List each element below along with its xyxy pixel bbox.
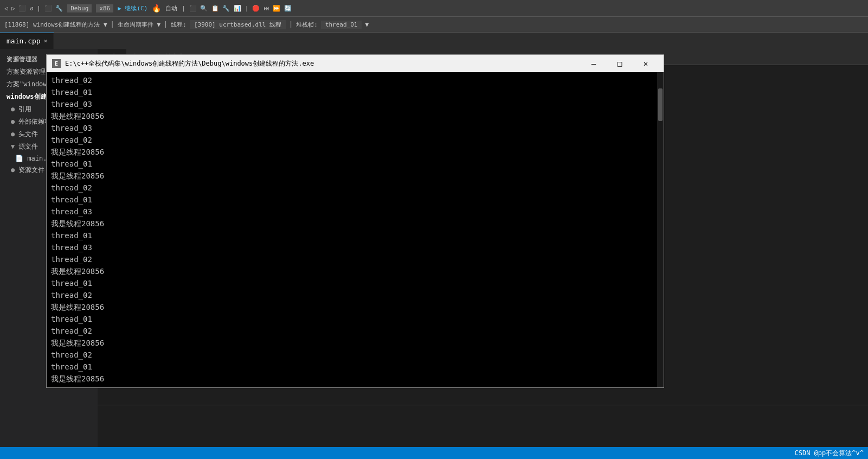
status-bar: CSDN @pp不会算法^v^ (0, 447, 868, 459)
tab-bar: main.cpp × (0, 33, 868, 49)
console-line: 我是线程20856 (51, 170, 653, 182)
hot-reload-icon: 🔥 (152, 4, 161, 12)
console-line: thread_03 (51, 122, 653, 134)
console-content-area: thread_02thread_01thread_03我是线程20856thre… (47, 72, 664, 387)
console-line: thread_02 (51, 349, 653, 361)
stack-selector[interactable]: thread_01 (321, 21, 362, 29)
console-line: thread_03 (51, 241, 653, 253)
console-line: thread_01 (51, 229, 653, 241)
console-line: 我是线程20856 (51, 110, 653, 122)
status-right-text: CSDN @pp不会算法^v^ (795, 449, 864, 458)
thread-label: 线程: (171, 21, 187, 29)
console-line: thread_02 (51, 253, 653, 265)
window-buttons: — □ ✕ (581, 58, 658, 69)
tab-close-icon[interactable]: × (44, 37, 48, 44)
console-line: thread_01 (51, 277, 653, 289)
tab-main-cpp[interactable]: main.cpp × (0, 33, 54, 49)
stack-label: 堆栈帧: (296, 21, 318, 29)
console-line: thread_01 (51, 86, 653, 98)
thread-selector[interactable]: [3900] ucrtbased.dll 线程 (190, 20, 286, 29)
console-line: thread_02 (51, 289, 653, 301)
console-line: thread_02 (51, 325, 653, 337)
debug-bar: [11868] windows创建线程的方法 ▼ | 生命周期事件 ▼ | 线程… (0, 16, 868, 33)
console-line: thread_01 (51, 313, 653, 325)
scroll-thumb[interactable] (658, 88, 663, 121)
autodyn-label: 自动 (165, 4, 177, 12)
process-selector[interactable]: [11868] windows创建线程的方法 ▼ (4, 21, 107, 29)
console-line: 我是线程20856 (51, 301, 653, 313)
console-titlebar: E E:\c++全栈代码集\windows创建线程的方法\Debug\windo… (47, 55, 664, 72)
console-line: thread_02 (51, 182, 653, 194)
console-line: 我是线程20856 (51, 373, 653, 385)
console-line: 我是线程20856 (51, 265, 653, 277)
arch-config[interactable]: x86 (96, 4, 113, 12)
minimize-button[interactable]: — (581, 58, 606, 69)
console-body: thread_02thread_01thread_03我是线程20856thre… (47, 72, 657, 387)
console-app-icon: E (52, 59, 61, 68)
console-line: thread_01 (51, 361, 653, 373)
console-line: thread_01 (51, 158, 653, 170)
debug-config[interactable]: Debug (67, 4, 92, 12)
run-button[interactable]: ▶ 继续(C) (118, 4, 147, 12)
tab-label: main.cpp (7, 37, 41, 45)
console-title: E:\c++全栈代码集\windows创建线程的方法\Debug\windows… (65, 59, 577, 68)
console-window: E E:\c++全栈代码集\windows创建线程的方法\Debug\windo… (46, 54, 664, 388)
console-line: thread_03 (51, 98, 653, 110)
console-line: 我是线程20856 (51, 218, 653, 229)
console-line: thread_01 (51, 385, 653, 387)
console-scrollbar[interactable] (657, 72, 664, 387)
maximize-button[interactable]: □ (607, 58, 632, 69)
console-line: thread_02 (51, 74, 653, 86)
stack-expand-icon[interactable]: ▼ (365, 21, 369, 28)
console-line: thread_01 (51, 194, 653, 206)
console-line: 我是线程20856 (51, 337, 653, 349)
main-toolbar: ◁ ▷ ⬛ ↺ | ⬛ 🔧 Debug x86 ▶ 继续(C) 🔥 自动 | ⬛… (0, 0, 868, 16)
close-button[interactable]: ✕ (633, 58, 658, 69)
console-line: thread_02 (51, 134, 653, 146)
console-line: 我是线程20856 (51, 146, 653, 158)
event-selector[interactable]: 生命周期事件 ▼ (118, 21, 160, 29)
toolbar-extra-icons: | ⬛ 🔍 📋 🔧 📊 | 🛑 ⏭ ⏩ 🔄 (182, 5, 291, 12)
toolbar-icons: ◁ ▷ ⬛ ↺ | ⬛ 🔧 (4, 5, 63, 12)
console-line: thread_03 (51, 206, 653, 218)
